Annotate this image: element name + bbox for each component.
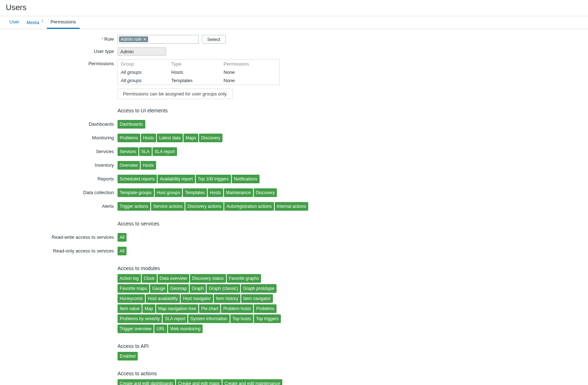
label-permissions: Permissions: [88, 61, 114, 66]
permission-tag: Favorite maps: [118, 284, 149, 293]
permission-tag: Hosts: [141, 161, 156, 170]
permission-tag: Notifications: [232, 175, 260, 183]
label-dashboards: Dashboards: [89, 121, 114, 127]
permission-tag: Create and edit maintenance: [222, 379, 282, 385]
permission-tag: Discovery: [199, 134, 222, 142]
permission-tag: Top hosts: [230, 314, 253, 323]
tab-bar: User Media 1 Permissions: [0, 16, 588, 29]
cell-group: All groups: [121, 78, 142, 83]
col-permissions-header: Permissions: [224, 61, 270, 67]
label-data-collection: Data collection: [83, 190, 114, 195]
tags-monitoring: ProblemsHostsLatest dataMapsDiscovery: [118, 134, 442, 144]
tags-services: ServicesSLASLA report: [118, 147, 442, 157]
permission-tag: SLA report: [152, 147, 177, 156]
label-reports: Reports: [97, 176, 114, 182]
cell-type: Hosts: [171, 70, 224, 75]
permission-tag: Discovery: [254, 188, 277, 197]
permission-tag: Trigger overview: [118, 324, 154, 333]
tab-media-count: 1: [41, 19, 44, 23]
permission-tag: SLA: [139, 147, 152, 156]
permission-tag: Top 100 triggers: [196, 175, 231, 183]
tag-rw-all: All: [118, 233, 127, 242]
label-inventory: Inventory: [95, 162, 114, 168]
required-star-icon: *: [101, 36, 103, 42]
tab-media[interactable]: Media 1: [23, 16, 47, 29]
permission-tag: Trigger actions: [118, 202, 150, 211]
permission-tag: Gauge: [150, 284, 167, 293]
permission-tag: Item history: [214, 294, 240, 303]
permission-tag: Item navigator: [241, 294, 273, 303]
user-type-field: Admin: [118, 47, 166, 56]
col-type-header: Type: [171, 61, 224, 67]
permission-tag: URL: [154, 324, 167, 333]
permission-tag: Geomap: [168, 284, 189, 293]
permission-tag: Internal actions: [275, 202, 308, 211]
role-select-button[interactable]: Select: [202, 35, 226, 44]
permission-tag: Service actions: [151, 202, 185, 211]
cell-perm: None: [224, 78, 270, 83]
permission-tag: Overview: [118, 161, 140, 170]
permission-tag: Honeycomb: [118, 294, 145, 303]
permission-tag: Graph: [190, 284, 206, 293]
permission-tag: Favorite graphs: [227, 274, 261, 283]
permission-tag: Discovery status: [190, 274, 226, 283]
label-role: Role: [104, 36, 114, 42]
tags-dashboards: Dashboards: [118, 120, 442, 130]
permission-tag: Map navigation tree: [156, 304, 198, 313]
tag-ro-all: All: [118, 247, 127, 255]
tags-reports: Scheduled reportsAvailability reportTop …: [118, 175, 442, 185]
permission-tag: Graph (classic): [207, 284, 240, 293]
permission-tag: Action log: [118, 274, 141, 283]
permission-tag: Maintenance: [224, 188, 253, 197]
tab-user[interactable]: User: [6, 16, 23, 29]
label-ro-services: Read-only access to services: [53, 248, 114, 254]
permissions-table: Group Type Permissions All groups Hosts …: [118, 59, 280, 85]
cell-type: Templates: [171, 78, 224, 83]
permission-tag: Services: [118, 147, 138, 156]
permission-tag: Host groups: [155, 188, 182, 197]
permission-tag: Templates: [183, 188, 207, 197]
tab-permissions[interactable]: Permissions: [47, 16, 80, 29]
permission-tag: Host navigator: [181, 294, 213, 303]
page-header: Users: [0, 0, 588, 16]
permission-tag: SLA report: [163, 314, 187, 323]
section-actions: Access to actions: [118, 371, 442, 376]
permissions-note: Permissions can be assigned for user gro…: [118, 89, 233, 99]
role-tag: Admin role ✕: [119, 36, 148, 42]
permission-tag: Problems by severity: [118, 314, 162, 323]
permission-tag: Problems: [118, 134, 140, 142]
permission-tag: Enabled: [118, 352, 138, 361]
permission-tag: Map: [142, 304, 155, 313]
tags-data-collection: Template groupsHost groupsTemplatesHosts…: [118, 188, 442, 198]
tags-api: Enabled: [118, 352, 442, 362]
label-user-type: User type: [94, 49, 114, 54]
permission-tag: Hosts: [141, 134, 156, 142]
section-services: Access to services: [118, 221, 442, 227]
permission-tag: Host availability: [146, 294, 180, 303]
tags-alerts: Trigger actionsService actionsDiscovery …: [118, 202, 442, 212]
permission-tag: Data overview: [158, 274, 189, 283]
label-alerts: Alerts: [102, 203, 114, 209]
role-multiselect[interactable]: Admin role ✕: [118, 35, 199, 44]
permission-tag: System information: [188, 314, 230, 323]
tags-modules: Action logClockData overviewDiscovery st…: [118, 274, 283, 335]
table-header: Group Type Permissions: [118, 60, 279, 68]
close-icon[interactable]: ✕: [143, 37, 146, 42]
tags-actions: Create and edit dashboardsCreate and edi…: [118, 379, 305, 385]
permission-tag: Template groups: [118, 188, 154, 197]
permission-tag: Item value: [118, 304, 142, 313]
permission-tag: Web monitoring: [168, 324, 203, 333]
permission-tag: Problem hosts: [221, 304, 253, 313]
label-monitoring: Monitoring: [92, 135, 114, 140]
section-modules: Access to modules: [118, 265, 442, 271]
page-title: Users: [6, 3, 582, 12]
permission-tag: Scheduled reports: [118, 175, 157, 183]
permission-tag: Latest data: [157, 134, 182, 142]
section-api: Access to API: [118, 343, 442, 349]
permission-tag: Autoregistration actions: [224, 202, 274, 211]
permission-tag: Problems: [254, 304, 277, 313]
col-group-header: Group: [121, 61, 171, 67]
form-area: *Role Admin role ✕ Select User type Admi…: [0, 29, 588, 385]
section-ui-elements: Access to UI elements: [118, 108, 442, 113]
permission-tag: Dashboards: [118, 120, 145, 129]
